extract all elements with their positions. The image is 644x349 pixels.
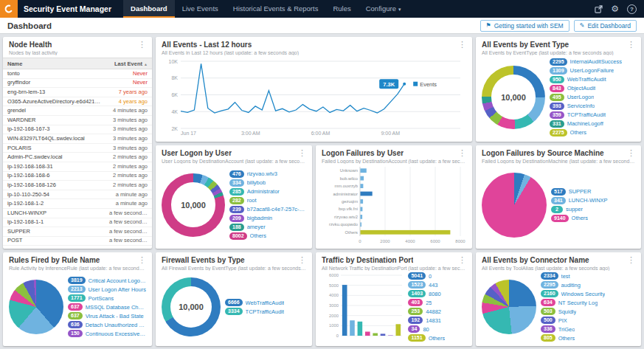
help-icon[interactable]: ? — [627, 4, 637, 14]
legend-item[interactable]: 503 Squidly — [541, 308, 635, 316]
legend-item[interactable]: 1403 8080 — [408, 290, 466, 298]
legend-item[interactable]: 5041 0 — [408, 272, 466, 280]
legend-item[interactable]: 3334 TCPTrafficAudit — [225, 308, 306, 316]
node-row[interactable]: WIN-83297LT64QL.swdev.local 3 minutes ag… — [3, 134, 152, 144]
card-menu-button[interactable]: ⋮ — [297, 149, 308, 157]
page-header-bar: Dashboard ⚑ Getting started with SEM ✎ E… — [0, 18, 644, 34]
card-menu-button[interactable]: ⋮ — [457, 41, 468, 49]
nav-item-historical-events[interactable]: Historical Events & Reports — [226, 0, 326, 18]
node-row[interactable]: gryffindor Never — [3, 78, 152, 88]
legend-item[interactable]: 336 TriGeo — [541, 325, 635, 334]
legend-item[interactable]: 393 ServiceInfo — [550, 102, 635, 110]
legend-item[interactable]: 6666 WebTrafficAudit — [225, 299, 306, 307]
legend-item[interactable]: 1523 443 — [408, 281, 466, 289]
legend-item[interactable]: 209 bigbadmin — [229, 214, 306, 222]
launch-icon[interactable] — [595, 5, 603, 13]
node-row[interactable]: eng-brn-lem-13 7 years ago — [3, 88, 152, 97]
node-row[interactable]: LUNCH-WINXP a few seconds ago — [3, 208, 152, 218]
legend-item[interactable]: 253 44882 — [408, 308, 466, 316]
legend-item[interactable]: 634 NT Security Log — [541, 299, 635, 307]
node-row[interactable]: ip-192-168-168-126 2 minutes ago — [3, 181, 152, 190]
nav-item-configure[interactable]: Configure▾ — [359, 0, 409, 18]
getting-started-button[interactable]: ⚑ Getting started with SEM — [480, 20, 569, 32]
legend-item[interactable]: 403 25 — [408, 299, 466, 307]
legend-item[interactable]: 637 Virus Attack - Bad State — [68, 312, 146, 320]
legend-item[interactable]: 2295 InternalAuditSuccess — [550, 58, 635, 66]
column-header-name[interactable]: Name — [3, 58, 105, 69]
solarwinds-logo-icon[interactable] — [0, 0, 18, 18]
legend-item[interactable]: 359 TCPTrafficAudit — [550, 111, 635, 119]
card-menu-button[interactable]: ⋮ — [457, 256, 468, 264]
event-type-donut-chart[interactable]: 10,000 — [482, 66, 545, 129]
nav-item-live-events[interactable]: Live Events — [175, 0, 226, 18]
node-row[interactable]: grendel 4 minutes ago — [3, 106, 152, 116]
legend-item[interactable]: 495 UserLogon — [550, 93, 635, 101]
legend-item[interactable]: 2275 Others — [550, 128, 635, 137]
node-row[interactable]: WARDNER 3 minutes ago — [3, 115, 152, 125]
card-menu-button[interactable]: ⋮ — [457, 149, 468, 157]
column-header-last-event[interactable]: Last Event ▲ — [105, 58, 152, 69]
legend-item[interactable]: 3819 Critical Account Logon Failures — [68, 277, 146, 285]
node-row[interactable]: POLARIS 3 minutes ago — [3, 143, 152, 153]
card-menu-button[interactable]: ⋮ — [136, 256, 148, 264]
node-row[interactable]: tonto Never — [3, 69, 152, 79]
gear-icon[interactable]: ⚙ — [611, 4, 619, 13]
node-row[interactable]: ip-192-168-1-1 a few seconds ago — [3, 218, 152, 227]
legend-item[interactable]: 805 Others — [541, 334, 635, 342]
card-menu-button[interactable]: ⋮ — [136, 41, 148, 49]
legend-item[interactable]: 2334 test — [541, 272, 635, 280]
legend-item[interactable]: 8002 Others — [229, 232, 306, 240]
legend-item[interactable]: 1151 Others — [408, 334, 466, 342]
legend-item[interactable]: 476 rizyvao.wtv3 — [229, 170, 306, 178]
rules-fired-pie-chart[interactable] — [9, 280, 63, 334]
edit-dashboard-button[interactable]: ✎ Edit Dashboard — [574, 20, 637, 32]
legend-item[interactable]: 192 14831 — [408, 317, 466, 325]
legend-item[interactable]: 2295 auditing — [541, 281, 635, 289]
legend-item[interactable]: 34 80 — [408, 325, 466, 334]
node-row[interactable]: ip-10-110-250-54 a minute ago — [3, 190, 152, 199]
card-menu-button[interactable]: ⋮ — [297, 256, 308, 264]
legend-item[interactable]: 1309 UserLogonFailure — [550, 66, 635, 75]
legend-item[interactable]: 1771 PortScans — [68, 294, 146, 303]
legend-item[interactable]: 636 Detach Unauthorized USB Device — [68, 321, 146, 329]
legend-item[interactable]: 2 supper — [551, 205, 635, 213]
legend-item[interactable]: 150 Continuous Excessive Logon Failures — [68, 330, 146, 338]
legend-item[interactable]: 843 ObjectAudit — [550, 84, 635, 92]
traffic-port-bar-chart[interactable]: 0100020003000400050006000 — [322, 272, 405, 342]
legend-item[interactable]: 188 ameyer — [229, 223, 306, 231]
logon-failures-bar-chart[interactable]: 02000400060008000Unknownbob.wilcomm.ouxr… — [322, 165, 466, 244]
legend-item[interactable]: 950 WebTrafficAudit — [550, 75, 635, 83]
node-row[interactable]: POST a few seconds ago — [3, 236, 152, 246]
legend-item[interactable]: 9140 Others — [551, 214, 635, 222]
source-machine-pie-chart[interactable] — [482, 173, 547, 238]
legend-item[interactable]: 517 SUPPER — [551, 187, 635, 196]
legend-item[interactable]: 341 LUNCH-WINXP — [551, 196, 635, 204]
legend-item[interactable]: 2213 User Logon After Hours — [68, 286, 146, 294]
connector-name-pie-chart[interactable] — [482, 280, 536, 334]
legend-item[interactable]: 637 MSSQL Database Change Attempt — [68, 303, 146, 311]
legend-item[interactable]: 239 b72acaf8-c4e7-257c-d63a-6200af6e — [229, 205, 306, 213]
legend-item[interactable]: 334 billybob — [229, 179, 306, 187]
nav-item-dashboard[interactable]: Dashboard — [123, 0, 175, 18]
user-logon-donut-chart[interactable]: 10,000 — [162, 173, 225, 237]
node-row[interactable]: Admin-PC.swdev.local 2 minutes ago — [3, 153, 152, 162]
all-events-line-chart[interactable]: 10K8K6K4K2KJun 173:00 AM6:00 AM9:00 AM7.… — [162, 57, 466, 137]
node-row[interactable]: ip-192-168-1-2 a minute ago — [3, 199, 152, 209]
legend-item[interactable]: 282 root — [229, 196, 306, 204]
node-row[interactable]: O365-AzureActiveDirectory-e6d421c0-debd-… — [3, 97, 152, 106]
legend-item[interactable]: 500 PIX — [541, 317, 635, 325]
node-row[interactable]: ip-192-168-168-6 2 minutes ago — [3, 171, 152, 181]
legend-item[interactable]: 2160 Windows Security — [541, 290, 635, 298]
nav-item-rules[interactable]: Rules — [325, 0, 358, 18]
card-menu-button[interactable]: ⋮ — [626, 149, 637, 157]
card-menu-button[interactable]: ⋮ — [626, 41, 637, 49]
legend-item[interactable]: 285 Administrator — [229, 187, 306, 196]
firewall-donut-chart[interactable]: 10,000 — [162, 277, 221, 336]
svg-text:7.3K: 7.3K — [383, 81, 395, 88]
card-menu-button[interactable]: ⋮ — [626, 256, 637, 264]
node-row[interactable]: ip-192-168-168-31 2 minutes ago — [3, 162, 152, 171]
node-row[interactable]: SUPPER a few seconds ago — [3, 227, 152, 237]
legend-item[interactable]: 331 MachineLogoff — [550, 120, 635, 128]
legend-value-pill: 282 — [229, 197, 244, 204]
node-row[interactable]: ip-192-168-167-3 3 minutes ago — [3, 125, 152, 134]
